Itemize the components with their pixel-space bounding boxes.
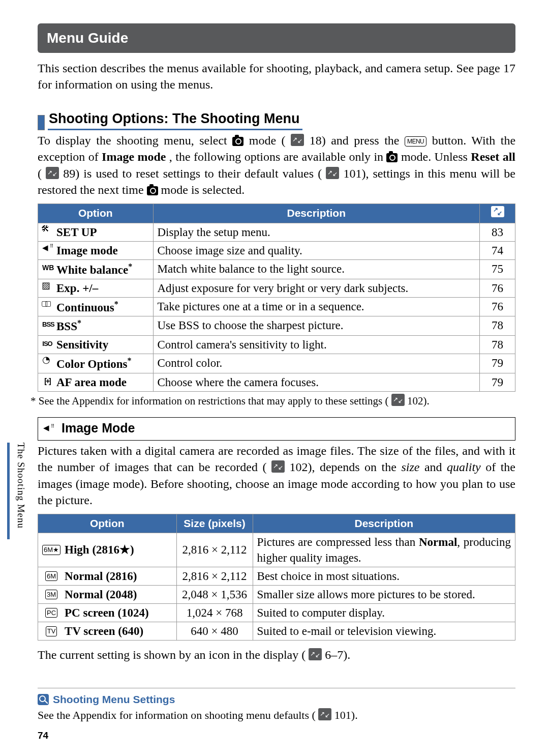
- option-desc-cell: Match white balance to the light source.: [153, 260, 480, 279]
- option-desc-cell: Choose image size and quality.: [153, 241, 480, 259]
- intro-text: This section describes the menus availab…: [38, 53, 515, 102]
- text: The current setting is shown by an icon …: [38, 648, 306, 661]
- text: 89) is used to reset settings to their d…: [63, 167, 322, 180]
- option-name-cell: Normal (2048): [65, 586, 176, 604]
- option-icon-cell: 6M: [38, 567, 65, 586]
- table-row: Exp. +/–Adjust exposure for very bright …: [38, 279, 515, 297]
- heading-text: Image Mode: [62, 420, 135, 437]
- option-name-cell: AF area mode: [56, 373, 153, 391]
- size-badge-icon: 3M: [45, 590, 57, 600]
- option-desc-cell: Pictures are compressed less than Normal…: [253, 533, 515, 567]
- bold-text: Image mode: [102, 150, 166, 163]
- option-name-cell: Color Options*: [56, 354, 153, 373]
- option-name-cell: Sensitivity: [56, 336, 153, 354]
- option-name: Image mode: [56, 244, 118, 257]
- option-page-cell: 74: [480, 241, 515, 259]
- option-name: White balance: [56, 264, 128, 276]
- option-name: Sensitivity: [56, 338, 108, 351]
- option-page-cell: 76: [480, 279, 515, 297]
- page-number: 74: [38, 729, 515, 742]
- page-ref-icon: [291, 134, 304, 146]
- side-label-text: The Shooting Menu: [16, 443, 26, 529]
- text: (: [38, 167, 42, 180]
- option-icon-cell: [38, 336, 57, 354]
- subsection-body: To display the shooting menu, select mod…: [38, 130, 515, 198]
- option-icon-cell: [38, 223, 57, 241]
- asterisk: *: [128, 356, 132, 365]
- text: See the Appendix for information on shoo…: [38, 709, 316, 721]
- image-mode-table: Option Size (pixels) Description 6M★High…: [38, 514, 515, 641]
- text: mode. Unless: [401, 150, 471, 163]
- option-icon-cell: [38, 279, 57, 297]
- option-desc-cell: Control camera's sensitivity to light.: [153, 336, 480, 354]
- page-ref-icon: [46, 167, 59, 179]
- cont-icon: [42, 299, 52, 308]
- col-option: Option: [38, 514, 177, 533]
- option-desc-cell: Smaller size allows more pictures to be …: [253, 586, 515, 604]
- table-row: SET UPDisplay the setup menu.83: [38, 223, 515, 241]
- option-page-cell: 75: [480, 260, 515, 279]
- option-icon-cell: 6M★: [38, 533, 65, 567]
- option-name: Exp. +/–: [56, 282, 98, 295]
- option-name-cell: SET UP: [56, 223, 153, 241]
- option-desc-cell: Control color.: [153, 354, 480, 373]
- note-heading: Shooting Menu Settings: [38, 688, 515, 707]
- option-page-cell: 78: [480, 336, 515, 354]
- size-badge-icon: 6M: [45, 571, 57, 581]
- text: 102), depends on the: [289, 460, 401, 474]
- option-desc-cell: Suited to computer display.: [253, 604, 515, 622]
- option-icon-cell: PC: [38, 604, 65, 622]
- option-desc-cell: Adjust exposure for very bright or very …: [153, 279, 480, 297]
- option-name-cell: PC screen (1024): [65, 604, 176, 622]
- size-badge-icon: 6M★: [42, 545, 60, 555]
- option-icon-cell: [38, 297, 57, 316]
- table-row: 6M★High (2816★)2,816 × 2,112Pictures are…: [38, 533, 515, 567]
- option-name: SET UP: [56, 226, 97, 239]
- iso-icon: [42, 338, 52, 347]
- table-row: Continuous*Take pictures one at a time o…: [38, 297, 515, 316]
- table-row: 6MNormal (2816)2,816 × 2,112Best choice …: [38, 567, 515, 586]
- option-icon-cell: 3M: [38, 586, 65, 604]
- size-cell: 2,048 × 1,536: [176, 586, 253, 604]
- note-title: Shooting Menu Settings: [53, 692, 175, 707]
- option-page-cell: 78: [480, 316, 515, 336]
- option-name: BSS: [56, 320, 77, 333]
- table-header-row: Option Size (pixels) Description: [38, 514, 515, 533]
- option-name-cell: Continuous*: [56, 297, 153, 316]
- asterisk: *: [114, 300, 118, 308]
- option-icon-cell: [38, 373, 57, 391]
- italic-text: size: [401, 460, 419, 474]
- palette-icon: [42, 355, 52, 364]
- text: mode (: [249, 134, 286, 147]
- table-row: SensitivityControl camera's sensitivity …: [38, 336, 515, 354]
- option-name: AF area mode: [56, 376, 127, 389]
- asterisk: *: [128, 262, 132, 271]
- table-row: Color Options*Control color.79: [38, 354, 515, 373]
- col-description: Description: [153, 203, 480, 223]
- bold-text: Reset all: [471, 150, 515, 163]
- col-option: Option: [38, 203, 154, 223]
- option-name-cell: White balance*: [56, 260, 153, 279]
- wb-icon: [42, 263, 52, 272]
- page-ref-icon: [309, 648, 322, 660]
- option-icon-cell: TV: [38, 622, 65, 641]
- size-badge-icon: TV: [46, 626, 57, 636]
- option-icon-cell: [38, 241, 57, 259]
- option-icon-cell: [38, 316, 57, 336]
- option-name-cell: Normal (2816): [65, 567, 176, 586]
- size-cell: 2,816 × 2,112: [176, 567, 253, 586]
- text: * See the Appendix for information on re…: [30, 395, 389, 407]
- menu-button-icon: MENU: [405, 136, 426, 147]
- col-size: Size (pixels): [176, 514, 253, 533]
- option-name-cell: High (2816★): [65, 533, 176, 567]
- text: 6–7).: [325, 648, 350, 661]
- text: 18) and press the: [310, 134, 405, 147]
- exp-icon: [42, 280, 52, 289]
- option-name: Color Options: [56, 358, 128, 370]
- option-desc-cell: Display the setup menu.: [153, 223, 480, 241]
- table-row: White balance*Match white balance to the…: [38, 260, 515, 279]
- arrow-in-icon: [42, 243, 52, 252]
- text: 102).: [407, 395, 430, 407]
- col-description: Description: [253, 514, 515, 533]
- table-row: 3MNormal (2048)2,048 × 1,536Smaller size…: [38, 586, 515, 604]
